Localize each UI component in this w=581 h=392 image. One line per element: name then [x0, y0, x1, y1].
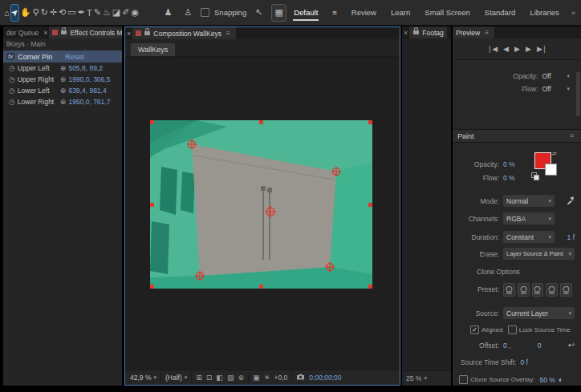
- duration-frames-value[interactable]: 1 f: [567, 233, 575, 241]
- offset-y-value[interactable]: 0: [538, 341, 542, 350]
- close-icon[interactable]: ×: [42, 29, 49, 37]
- close-icon[interactable]: ×: [125, 30, 132, 38]
- panel-menu-icon[interactable]: ≡: [224, 30, 233, 37]
- pen-tool-icon[interactable]: ✒: [78, 5, 85, 21]
- puppet-pin-tool-icon[interactable]: ◉: [131, 5, 139, 21]
- source-select[interactable]: Current Layer▾: [503, 307, 575, 319]
- prop-value[interactable]: 639,4, 981,4: [68, 87, 106, 95]
- tab-preview[interactable]: Preview ≡: [453, 26, 494, 38]
- composition-canvas[interactable]: [150, 120, 372, 289]
- brush-tool-icon[interactable]: ✎: [94, 5, 101, 21]
- workspace-tab-standard[interactable]: Standard: [477, 0, 523, 25]
- type-tool-icon[interactable]: T: [87, 5, 92, 21]
- brush-opacity-select[interactable]: Off: [542, 72, 563, 80]
- clone-stamp-tool-icon[interactable]: ♨: [103, 5, 111, 21]
- point-picker-icon[interactable]: ⊕: [60, 64, 67, 72]
- aligned-checkbox[interactable]: ✓: [470, 325, 479, 334]
- snap-grid-icon[interactable]: ▦: [272, 5, 286, 21]
- workspace-tab-learn[interactable]: Learn: [384, 0, 417, 25]
- first-frame-button[interactable]: ❘◀: [487, 45, 497, 53]
- last-frame-button[interactable]: ▶❘: [537, 45, 546, 53]
- next-frame-button[interactable]: ▶: [526, 45, 530, 53]
- clone-preset-4-button[interactable]: [546, 283, 558, 297]
- selection-tool-icon[interactable]: ➤: [11, 5, 18, 21]
- stopwatch-icon[interactable]: ◷: [9, 87, 15, 95]
- roto-brush-tool-icon[interactable]: ✐: [122, 5, 129, 21]
- play-button[interactable]: ▶: [514, 45, 519, 53]
- clone-preset-3-button[interactable]: [532, 283, 544, 297]
- paint-opacity-value[interactable]: 0 %: [503, 160, 515, 168]
- clone-source-overlay-checkbox[interactable]: [459, 375, 468, 384]
- footage-magnification-select[interactable]: 25 %: [406, 374, 421, 382]
- snapshot-camera-icon[interactable]: [296, 374, 305, 382]
- grid-guides-icon[interactable]: ⊞: [196, 374, 202, 382]
- prop-value[interactable]: 505,8, 89,2: [68, 64, 103, 72]
- mask-toggle-icon[interactable]: ◧: [216, 374, 223, 382]
- composition-breadcrumb-tab[interactable]: WallKeys: [131, 43, 175, 56]
- magnification-select[interactable]: 42,9 %▾: [130, 374, 156, 382]
- camera-tool-icon[interactable]: ⟲: [59, 5, 66, 21]
- offset-x-value[interactable]: 0 ,: [503, 341, 510, 350]
- default-colors-icon[interactable]: [531, 172, 538, 180]
- mask-rect-tool-icon[interactable]: ▭: [67, 5, 75, 21]
- lock-source-time-checkbox[interactable]: [508, 325, 517, 334]
- stopwatch-icon[interactable]: ◷: [9, 75, 15, 83]
- brush-flow-select[interactable]: Off: [542, 85, 563, 93]
- offset-reset-icon[interactable]: ↩: [568, 341, 575, 350]
- roi-icon[interactable]: ⊡: [206, 374, 213, 382]
- duration-select[interactable]: Constant▾: [503, 231, 555, 243]
- zoom-tool-icon[interactable]: ⚲: [33, 5, 39, 21]
- render-queue-tab[interactable]: der Queue: [3, 29, 42, 37]
- workspace-tab-default[interactable]: Default: [286, 0, 325, 25]
- color-management-icon[interactable]: ▣: [253, 374, 260, 382]
- pan-behind-tool-icon[interactable]: ✛: [50, 5, 57, 21]
- resolution-select[interactable]: (Half)▾: [165, 374, 187, 382]
- reset-button[interactable]: Reset: [65, 53, 84, 61]
- tab-composition-wallkeys[interactable]: Composition WallKeys ≡: [132, 27, 235, 39]
- pixel-aspect-icon[interactable]: ⊕: [238, 374, 244, 382]
- composition-viewer[interactable]: [125, 57, 400, 370]
- close-icon[interactable]: ×: [402, 29, 409, 37]
- tab-effect-controls[interactable]: Effect Controls Main ≡: [49, 26, 122, 38]
- timecode[interactable]: 0;00;00;00: [309, 374, 341, 382]
- prop-value[interactable]: 1990,0, 306,5: [68, 75, 110, 83]
- panel-menu-icon[interactable]: ≡: [567, 132, 576, 139]
- snap-cursor-icon[interactable]: ↖: [252, 5, 266, 21]
- snapping-checkbox[interactable]: [201, 8, 209, 17]
- point-picker-icon[interactable]: ⊕: [60, 87, 67, 95]
- paint-flow-value[interactable]: 0 %: [503, 174, 515, 182]
- eyedropper-icon[interactable]: [567, 196, 575, 206]
- clone-source-overlay-value[interactable]: 50 %: [539, 376, 555, 384]
- point-picker-icon[interactable]: ⊕: [60, 98, 67, 106]
- workspace-overflow-icon[interactable]: »: [567, 0, 580, 25]
- stopwatch-icon[interactable]: ◷: [9, 98, 15, 106]
- erase-select[interactable]: Layer Source & Paint▾: [503, 248, 575, 260]
- point-picker-icon[interactable]: ⊕: [60, 75, 67, 83]
- home-icon[interactable]: ⌂: [4, 5, 10, 21]
- channels-select[interactable]: RGBA▾: [503, 212, 555, 224]
- source-time-shift-value[interactable]: 0 f: [520, 358, 527, 366]
- transparency-grid-icon[interactable]: ▨: [227, 374, 234, 382]
- scrollbar[interactable]: [576, 71, 580, 116]
- workspace-tab-libraries[interactable]: Libraries: [522, 0, 566, 25]
- mode-select[interactable]: Normal▾: [503, 195, 555, 207]
- stopwatch-icon[interactable]: ◷: [9, 64, 15, 72]
- clone-preset-5-button[interactable]: [560, 283, 572, 297]
- workspace-menu-icon[interactable]: ≡: [325, 0, 344, 25]
- orbit-tool-icon[interactable]: ↻: [41, 5, 48, 21]
- character-alt-icon[interactable]: ♙: [181, 5, 195, 21]
- panel-menu-icon[interactable]: ≡: [482, 29, 491, 36]
- hand-tool-icon[interactable]: ✋: [20, 5, 31, 21]
- overlay-blend-mode-icon[interactable]: ◐: [559, 375, 563, 384]
- corner-pin-effect-row[interactable]: fx Corner Pin Reset: [3, 51, 122, 63]
- clone-preset-1-button[interactable]: [503, 283, 515, 297]
- character-icon[interactable]: ♟: [161, 5, 175, 21]
- eraser-tool-icon[interactable]: ◪: [112, 5, 120, 21]
- tab-footage[interactable]: Footag: [409, 26, 446, 38]
- workspace-tab-review[interactable]: Review: [344, 0, 384, 25]
- prop-value[interactable]: 1950,0, 761,7: [68, 98, 110, 106]
- workspace-tab-small-screen[interactable]: Small Screen: [417, 0, 477, 25]
- clone-preset-2-button[interactable]: [518, 283, 530, 297]
- exposure-value[interactable]: +0,0: [274, 374, 288, 382]
- previous-frame-button[interactable]: ◀: [503, 45, 508, 53]
